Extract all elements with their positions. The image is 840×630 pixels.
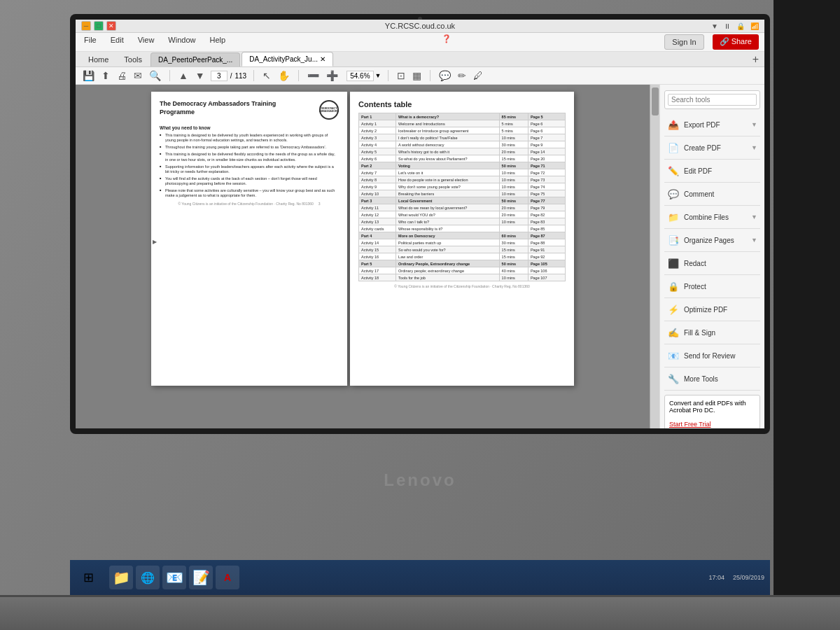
share-button[interactable]: 🔗 Share xyxy=(713,34,759,50)
table-cell: Page 6 xyxy=(528,120,565,127)
table-cell: Let's vote on it xyxy=(396,169,500,176)
menu-help[interactable]: Help xyxy=(206,34,228,50)
laptop-bottom xyxy=(0,595,840,630)
help-icon[interactable]: ❓ xyxy=(442,34,451,50)
save-icon[interactable]: 💾 xyxy=(81,69,96,83)
zoom-dropdown-icon[interactable]: ▼ xyxy=(375,72,382,79)
tool-label-8: Optimize PDF xyxy=(684,306,727,314)
toolbar-sep-5 xyxy=(430,70,430,81)
taskbar-app-chrome[interactable]: 🌐 xyxy=(136,566,160,589)
tool-expand-arrow: ▼ xyxy=(751,214,757,220)
start-button[interactable]: ⊞ xyxy=(76,565,101,590)
tool-item-more-tools[interactable]: 🔧 More Tools xyxy=(664,369,760,388)
table-cell: So who would you vote for? xyxy=(396,246,500,253)
upload-icon[interactable]: ⬆ xyxy=(100,69,111,83)
new-tab-button[interactable]: + xyxy=(752,53,759,66)
tool-icon-8: ⚡ xyxy=(667,303,680,316)
zoom-level[interactable]: 54.6% xyxy=(346,71,373,81)
table-cell: 10 mins xyxy=(499,190,528,197)
pdf-main[interactable]: ▶ The Democracy Ambassadors TrainingProg… xyxy=(76,85,650,428)
comment-icon[interactable]: 💬 xyxy=(438,69,452,83)
tool-item-redact[interactable]: ⬛ Redact xyxy=(664,253,760,273)
table-cell: Ordinary People, Extraordinary change xyxy=(396,260,500,267)
menu-file[interactable]: File xyxy=(81,34,99,50)
table-cell: Activity 11 xyxy=(359,204,396,211)
table-cell: What's history got to do with it xyxy=(396,148,500,155)
table-cell: Activity 7 xyxy=(359,169,396,176)
tool-icon-3: 💬 xyxy=(667,188,680,200)
email-icon[interactable]: ✉ xyxy=(132,69,144,83)
tool-item-protect[interactable]: 🔒 Protect xyxy=(664,276,760,296)
taskbar-app-word[interactable]: 📝 xyxy=(189,566,213,589)
contents-table: Part 1 What is a democracy? 85 mins Page… xyxy=(358,113,566,281)
table-cell: Page 91 xyxy=(528,246,565,253)
tool-expand-arrow: ▼ xyxy=(751,144,757,151)
next-page-icon[interactable]: ▼ xyxy=(194,69,206,83)
select-icon[interactable]: ↖ xyxy=(261,69,272,83)
tool-item-comment[interactable]: 💬 Comment xyxy=(664,184,760,204)
tab-activitypack[interactable]: DA_ActivityPack_Ju... ✕ xyxy=(241,52,333,66)
bullet-4: Supporting information for youth leaders… xyxy=(160,164,339,174)
zoom-out-icon[interactable]: ➖ xyxy=(306,69,321,83)
table-cell: Page 82 xyxy=(528,211,565,218)
tab-home[interactable]: Home xyxy=(81,53,115,66)
table-cell: 10 mins xyxy=(499,274,528,281)
zoom-in-icon[interactable]: ➕ xyxy=(325,69,340,83)
expand-arrow[interactable]: ▶ xyxy=(153,239,157,245)
hand-icon[interactable]: ✋ xyxy=(276,69,291,83)
highlight-icon[interactable]: 🖊 xyxy=(472,69,484,83)
table-cell: Page 7 xyxy=(528,134,565,141)
tab-peertopeer[interactable]: DA_PeertoPeerPack_... xyxy=(150,52,240,66)
tool-item-edit-pdf[interactable]: ✏️ Edit PDF xyxy=(664,161,760,181)
fit-page-icon[interactable]: ⊡ xyxy=(396,69,407,83)
search-tools-input[interactable] xyxy=(668,94,757,106)
tool-item-create-pdf[interactable]: 📄 Create PDF ▼ xyxy=(664,138,760,158)
tool-item-fill-&-sign[interactable]: ✍️ Fill & Sign xyxy=(664,323,760,342)
tool-label-11: More Tools xyxy=(684,375,718,383)
menu-edit[interactable]: Edit xyxy=(108,34,127,50)
table-cell: Why don't some young people vote? xyxy=(396,183,500,190)
table-cell: 85 mins xyxy=(499,113,528,120)
table-cell: So what do you know about Parliament? xyxy=(396,155,500,162)
minimize-btn[interactable]: ─ xyxy=(81,21,91,31)
menu-window[interactable]: Window xyxy=(165,34,198,50)
pdf-title: The Democracy Ambassadors TrainingProgra… xyxy=(160,100,314,116)
tool-item-combine-files[interactable]: 📁 Combine Files ▼ xyxy=(664,207,760,227)
menu-view[interactable]: View xyxy=(135,34,158,50)
taskbar-app-outlook[interactable]: 📧 xyxy=(162,566,186,589)
prev-page-icon[interactable]: ▲ xyxy=(177,69,190,83)
table-cell: Part 2 xyxy=(359,162,396,169)
tool-icon-6: ⬛ xyxy=(667,257,680,270)
maximize-btn[interactable]: □ xyxy=(94,21,104,31)
table-cell: Page 20 xyxy=(528,155,565,162)
table-cell: 10 mins xyxy=(499,134,528,141)
search-tools-box xyxy=(664,90,760,109)
tool-item-send-for-review[interactable]: 📧 Send for Review xyxy=(664,346,760,365)
two-page-icon[interactable]: ▦ xyxy=(411,69,423,83)
print-icon[interactable]: 🖨 xyxy=(115,69,128,83)
tool-item-export-pdf[interactable]: 📤 Export PDF ▼ xyxy=(664,115,760,134)
search-icon[interactable]: 🔍 xyxy=(148,69,162,83)
table-cell: 10 mins xyxy=(499,176,528,183)
table-cell: Activity 6 xyxy=(359,155,396,162)
close-btn[interactable]: ✕ xyxy=(106,21,116,31)
table-cell: How do people vote in a general election xyxy=(396,176,500,183)
table-cell: Page 71 xyxy=(528,162,565,169)
tool-icon-4: 📁 xyxy=(667,211,680,223)
sign-in-button[interactable]: Sign In xyxy=(664,34,704,50)
tool-item-optimize-pdf[interactable]: ⚡ Optimize PDF xyxy=(664,300,760,319)
pdf-scroll-thumb[interactable] xyxy=(652,88,659,115)
tab-tools[interactable]: Tools xyxy=(117,53,149,66)
pen-icon[interactable]: ✏ xyxy=(456,69,468,83)
tool-divider-1 xyxy=(664,159,760,160)
pdf-scrollbar[interactable] xyxy=(650,85,659,428)
page-number[interactable]: 3 xyxy=(211,71,227,81)
taskbar-app-acrobat[interactable]: A xyxy=(216,566,239,589)
page-sep: / xyxy=(230,72,232,80)
tool-label-3: Comment xyxy=(684,190,714,198)
table-cell: Page 9 xyxy=(528,141,565,148)
tool-item-organize-pages[interactable]: 📑 Organize Pages ▼ xyxy=(664,230,760,250)
start-trial-link[interactable]: Start Free Trial xyxy=(669,421,711,428)
pdf-viewer-area: ▶ The Democracy Ambassadors TrainingProg… xyxy=(76,85,764,428)
taskbar-app-files[interactable]: 📁 xyxy=(109,566,133,589)
